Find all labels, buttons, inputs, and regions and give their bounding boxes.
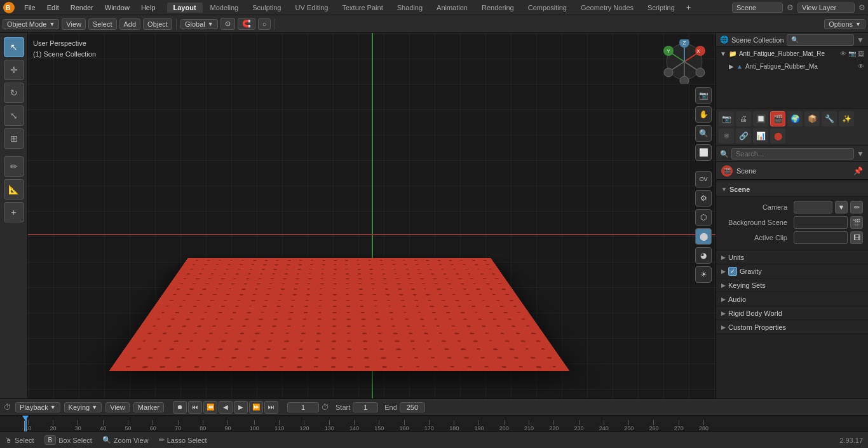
tab-sculpting[interactable]: Sculpting [246, 3, 287, 13]
tab-uv-editing[interactable]: UV Editing [289, 3, 335, 13]
tab-rendering[interactable]: Rendering [475, 3, 520, 13]
props-search-input[interactable] [731, 148, 854, 160]
visibility-icon-0[interactable]: 👁 [840, 50, 846, 57]
camera-value[interactable] [794, 201, 832, 214]
shading-render-btn[interactable]: ☀ [695, 266, 712, 283]
tab-animation[interactable]: Animation [430, 3, 474, 13]
outliner-item-1[interactable]: ▶ ▲ Anti_Fatigue_Rubber_Ma 👁 [716, 60, 868, 72]
viewport-icon-0[interactable]: 📷 [848, 50, 856, 57]
pin-icon[interactable]: 📌 [853, 166, 863, 175]
gravity-checkbox[interactable]: ✓ [728, 267, 737, 276]
keying-menu[interactable]: Keying ▼ [64, 402, 102, 412]
view-layer-selector[interactable] [797, 3, 855, 13]
marker-menu[interactable]: Marker [133, 402, 164, 412]
perspective-toggle-btn[interactable]: ⬜ [695, 144, 712, 161]
shading-material-btn[interactable]: ◕ [695, 247, 712, 264]
timeline-ruler[interactable]: 1020304050607080901001101201301401501601… [0, 416, 868, 431]
camera-browse-icon[interactable]: ▼ [835, 201, 848, 214]
particles-props-icon[interactable]: ✨ [839, 111, 854, 126]
record-btn[interactable]: ⏺ [173, 401, 187, 414]
tab-modeling[interactable]: Modeling [204, 3, 245, 13]
tool-scale[interactable]: ⤡ [4, 105, 24, 126]
menu-file[interactable]: File [19, 3, 41, 13]
render-icon-0[interactable]: 🖼 [858, 50, 864, 57]
options-btn[interactable]: Options ▼ [824, 19, 865, 29]
tab-shading[interactable]: Shading [391, 3, 429, 13]
background-scene-icon[interactable]: 🎬 [850, 216, 863, 229]
view-layer-options-icon[interactable]: ⚙ [858, 3, 865, 12]
tab-geometry-nodes[interactable]: Geometry Nodes [574, 3, 640, 13]
jump-end-btn[interactable]: ⏭ [264, 401, 278, 414]
gizmo-settings-btn[interactable]: ⚙ [695, 190, 712, 207]
shading-solid-btn[interactable]: ⬤ [695, 228, 712, 245]
tool-rotate[interactable]: ↻ [4, 83, 24, 103]
tool-transform[interactable]: ⊞ [4, 128, 24, 149]
tab-scripting[interactable]: Scripting [641, 3, 681, 13]
playback-menu[interactable]: Playback ▼ [15, 402, 60, 412]
rigid-body-section-header[interactable]: ▶ Rigid Body World [716, 306, 868, 320]
camera-view-btn[interactable]: 📷 [695, 87, 712, 104]
scene-options-icon[interactable]: ⚙ [787, 3, 794, 12]
physics-props-icon[interactable]: ⚛ [719, 128, 734, 144]
menu-help[interactable]: Help [136, 3, 161, 13]
menu-window[interactable]: Window [100, 3, 135, 13]
view-menu[interactable]: View [62, 18, 86, 30]
transform-selector[interactable]: Global ▼ [180, 19, 218, 29]
add-workspace-button[interactable]: + [682, 1, 695, 13]
outliner-filter-icon[interactable]: ▼ [857, 36, 864, 44]
output-props-icon[interactable]: 🖨 [736, 111, 751, 126]
tool-measure[interactable]: 📐 [4, 179, 24, 200]
scene-props-icon[interactable]: 🎬 [770, 111, 785, 126]
current-frame-value[interactable]: 1 [287, 402, 319, 412]
camera-edit-icon[interactable]: ✏ [850, 201, 863, 214]
modifiers-props-icon[interactable]: 🔧 [822, 111, 837, 126]
proportional-edit[interactable]: ○ [258, 18, 271, 30]
select-menu[interactable]: Select [88, 18, 117, 30]
step-back-btn[interactable]: ⏪ [203, 401, 217, 414]
tab-compositing[interactable]: Compositing [522, 3, 573, 13]
tab-texture-paint[interactable]: Texture Paint [336, 3, 389, 13]
overlay-btn[interactable]: OV [695, 171, 712, 187]
menu-render[interactable]: Render [65, 3, 98, 13]
end-frame-value[interactable]: 250 [400, 402, 425, 412]
play-reverse-btn[interactable]: ◀ [219, 401, 233, 414]
shading-wire-btn[interactable]: ⬡ [695, 209, 712, 226]
jump-start-btn[interactable]: ⏮ [188, 401, 202, 414]
tool-move[interactable]: ✛ [4, 60, 24, 80]
props-filter-icon[interactable]: ▼ [857, 149, 864, 158]
world-props-icon[interactable]: 🌍 [787, 111, 803, 126]
transform-pivot[interactable]: ⊙ [220, 18, 235, 30]
hand-pan-btn[interactable]: ✋ [695, 106, 712, 123]
keying-sets-section-header[interactable]: ▶ Keying Sets [716, 278, 868, 292]
mode-selector[interactable]: Object Mode ▼ [3, 19, 59, 29]
zoom-btn[interactable]: 🔍 [695, 125, 712, 142]
tool-annotate[interactable]: ✏ [4, 156, 24, 177]
render-props-icon[interactable]: 📷 [719, 111, 734, 126]
object-menu[interactable]: Object [143, 18, 172, 30]
material-props-icon[interactable]: ⬤ [770, 128, 785, 144]
add-menu[interactable]: Add [119, 18, 141, 30]
3d-viewport[interactable]: User Perspective (1) Scene Collection X … [28, 33, 715, 398]
step-forward-btn[interactable]: ⏩ [249, 401, 263, 414]
tool-add[interactable]: + [4, 202, 24, 222]
outliner-search-box[interactable]: 🔍 [787, 34, 855, 46]
scene-selector[interactable] [732, 3, 783, 13]
tool-select[interactable]: ↖ [4, 37, 24, 57]
outliner-item-0[interactable]: ▼ 📁 Anti_Fatigue_Rubber_Mat_Re 👁 📷 🖼 [716, 47, 868, 60]
menu-edit[interactable]: Edit [42, 3, 64, 13]
audio-section-header[interactable]: ▶ Audio [716, 292, 868, 306]
navigation-gizmo[interactable]: X Y Z [662, 39, 707, 84]
visibility-icon-1[interactable]: 👁 [858, 63, 864, 70]
data-props-icon[interactable]: 📊 [753, 128, 768, 144]
active-clip-icon[interactable]: 🎞 [850, 231, 863, 244]
snap-toggle[interactable]: 🧲 [238, 18, 255, 30]
view-timeline-menu[interactable]: View [105, 402, 130, 412]
gravity-section-header[interactable]: ▶ ✓ Gravity [716, 264, 868, 278]
background-scene-value[interactable] [794, 216, 848, 229]
custom-props-section-header[interactable]: ▶ Custom Properties [716, 320, 868, 334]
constraints-props-icon[interactable]: 🔗 [736, 128, 751, 144]
view-layer-props-icon[interactable]: 🔲 [753, 111, 768, 126]
active-clip-value[interactable] [794, 231, 848, 244]
units-section-header[interactable]: ▶ Units [716, 250, 868, 264]
tab-layout[interactable]: Layout [167, 3, 203, 13]
